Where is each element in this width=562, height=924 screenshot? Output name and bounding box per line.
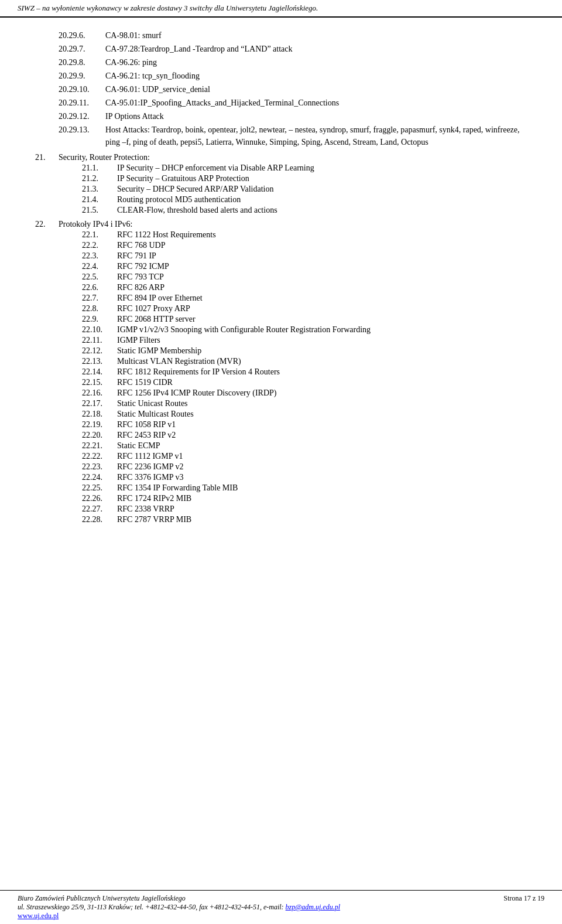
- list-item: 20.29.11. CA-95.01:IP_Spoofing_Attacks_a…: [59, 97, 527, 109]
- item-num: 22.25.: [82, 483, 117, 493]
- item-text: IP Options Attack: [105, 110, 527, 122]
- item-num: 22.28.: [82, 515, 117, 524]
- list-item: 22.14. RFC 1812 Requirements for IP Vers…: [82, 367, 527, 377]
- page-footer: Biuro Zamówień Publicznych Uniwersytetu …: [0, 890, 562, 924]
- item-text: Static Multicast Routes: [117, 410, 194, 419]
- item-text: RFC 1724 RIPv2 MIB: [117, 494, 191, 503]
- footer-website-link[interactable]: www.uj.edu.pl: [18, 912, 59, 920]
- item-num: 22.15.: [82, 378, 117, 387]
- item-num: 22.18.: [82, 410, 117, 419]
- item-text: RFC 2068 HTTP server: [117, 315, 196, 324]
- item-text: Multicast VLAN Registration (MVR): [117, 357, 241, 366]
- item-text: RFC 768 UDP: [117, 241, 165, 250]
- list-item: 21.5. CLEAR-Flow, threshold based alerts…: [82, 206, 527, 215]
- list-item: 22.20. RFC 2453 RIP v2: [82, 431, 527, 440]
- page-header: SIWZ – na wyłonienie wykonawcy w zakresi…: [0, 0, 562, 18]
- item-num: 22.17.: [82, 399, 117, 408]
- item-num: 20.29.10.: [59, 83, 105, 96]
- item-text: RFC 2787 VRRP MIB: [117, 515, 191, 524]
- item-text: IGMP Filters: [117, 336, 160, 345]
- list-item: 22.8. RFC 1027 Proxy ARP: [82, 304, 527, 313]
- footer-address: ul. Straszewskiego 25/9, 31-113 Kraków; …: [18, 903, 492, 912]
- item-num: 22.21.: [82, 441, 117, 451]
- list-item: 22.27. RFC 2338 VRRP: [82, 504, 527, 514]
- section-22-label: Protokoły IPv4 i IPv6:: [59, 220, 132, 229]
- item-num: 22.6.: [82, 283, 117, 292]
- item-text: RFC 1812 Requirements for IP Version 4 R…: [117, 367, 280, 377]
- item-num: 21.3.: [82, 185, 117, 194]
- item-text: RFC 2236 IGMP v2: [117, 462, 183, 472]
- item-text: RFC 1122 Host Requirements: [117, 230, 216, 240]
- item-text: CLEAR-Flow, threshold based alerts and a…: [117, 206, 277, 215]
- item-text: RFC 791 IP: [117, 251, 156, 261]
- list-item: 22.5. RFC 793 TCP: [82, 272, 527, 282]
- item-text: RFC 1519 CIDR: [117, 378, 173, 387]
- list-item: 20.29.9. CA-96.21: tcp_syn_flooding: [59, 70, 527, 82]
- list-item: 20.29.12. IP Options Attack: [59, 110, 527, 122]
- item-num: 20.29.11.: [59, 97, 105, 109]
- section-21-header: 21. Security, Router Protection:: [35, 153, 527, 162]
- item-text: RFC 826 ARP: [117, 283, 165, 292]
- item-text: Static IGMP Membership: [117, 346, 201, 356]
- item-text: CA-95.01:IP_Spoofing_Attacks_and_Hijacke…: [105, 97, 527, 109]
- item-num: 22.27.: [82, 504, 117, 514]
- section-22-num: 22.: [35, 220, 59, 229]
- item-num: 22.16.: [82, 388, 117, 398]
- list-item: 22.7. RFC 894 IP over Ethernet: [82, 294, 527, 303]
- list-item: 21.1. IP Security – DHCP enforcement via…: [82, 163, 527, 173]
- item-num: 20.29.7.: [59, 43, 105, 55]
- footer-org: Biuro Zamówień Publicznych Uniwersytetu …: [18, 894, 492, 903]
- list-item: 22.1. RFC 1122 Host Requirements: [82, 230, 527, 240]
- item-text: RFC 2453 RIP v2: [117, 431, 176, 440]
- list-item: 22.18. Static Multicast Routes: [82, 410, 527, 419]
- list-item: 22.6. RFC 826 ARP: [82, 283, 527, 292]
- footer-page-number: Strona 17 z 19: [503, 894, 544, 903]
- item-num: 22.19.: [82, 420, 117, 429]
- header-text: SIWZ – na wyłonienie wykonawcy w zakresi…: [18, 4, 318, 12]
- list-item: 22.26. RFC 1724 RIPv2 MIB: [82, 494, 527, 503]
- item-text: RFC 792 ICMP: [117, 262, 169, 271]
- item-num: 20.29.6.: [59, 29, 105, 42]
- item-num: 20.29.9.: [59, 70, 105, 82]
- list-item: 22.11. IGMP Filters: [82, 336, 527, 345]
- list-item: 22.22. RFC 1112 IGMP v1: [82, 452, 527, 461]
- list-item: 22.13. Multicast VLAN Registration (MVR): [82, 357, 527, 366]
- item-num: 21.1.: [82, 163, 117, 173]
- item-text: IP Security – DHCP enforcement via Disab…: [117, 163, 314, 173]
- list-item: 22.21. Static ECMP: [82, 441, 527, 451]
- item-num: 21.4.: [82, 195, 117, 204]
- list-item: 21.3. Security – DHCP Secured ARP/ARP Va…: [82, 185, 527, 194]
- item-num: 22.8.: [82, 304, 117, 313]
- item-text: RFC 1027 Proxy ARP: [117, 304, 190, 313]
- item-num: 21.5.: [82, 206, 117, 215]
- list-item: 22.19. RFC 1058 RIP v1: [82, 420, 527, 429]
- item-num: 22.7.: [82, 294, 117, 303]
- list-item: 20.29.8. CA-96.26: ping: [59, 56, 527, 69]
- item-text: RFC 1354 IP Forwarding Table MIB: [117, 483, 238, 493]
- list-item: 22.9. RFC 2068 HTTP server: [82, 315, 527, 324]
- item-text: RFC 1112 IGMP v1: [117, 452, 183, 461]
- list-item: 20.29.10. CA-96.01: UDP_service_denial: [59, 83, 527, 96]
- item-num: 22.4.: [82, 262, 117, 271]
- item-num: 22.26.: [82, 494, 117, 503]
- list-item: 22.23. RFC 2236 IGMP v2: [82, 462, 527, 472]
- list-item: 22.25. RFC 1354 IP Forwarding Table MIB: [82, 483, 527, 493]
- item-num: 22.3.: [82, 251, 117, 261]
- page-content: 20.29.6. CA-98.01: smurf 20.29.7. CA-97.…: [0, 18, 562, 572]
- section-22-header: 22. Protokoły IPv4 i IPv6:: [35, 220, 527, 229]
- item-text: CA-96.21: tcp_syn_flooding: [105, 70, 527, 82]
- list-item: 20.29.13. Host Attacks: Teardrop, boink,…: [59, 124, 527, 148]
- item-num: 22.11.: [82, 336, 117, 345]
- item-num: 22.13.: [82, 357, 117, 366]
- item-text: IP Security – Gratuitous ARP Protection: [117, 174, 249, 183]
- list-item: 22.4. RFC 792 ICMP: [82, 262, 527, 271]
- item-text: IGMP v1/v2/v3 Snooping with Configurable…: [117, 325, 371, 335]
- item-num: 22.10.: [82, 325, 117, 335]
- list-item: 22.28. RFC 2787 VRRP MIB: [82, 515, 527, 524]
- footer-email[interactable]: bzp@adm.uj.edu.pl: [286, 903, 340, 911]
- item-text: RFC 3376 IGMP v3: [117, 473, 183, 482]
- item-num: 22.5.: [82, 272, 117, 282]
- item-text: Static ECMP: [117, 441, 160, 451]
- list-item: 22.15. RFC 1519 CIDR: [82, 378, 527, 387]
- list-item: 22.2. RFC 768 UDP: [82, 241, 527, 250]
